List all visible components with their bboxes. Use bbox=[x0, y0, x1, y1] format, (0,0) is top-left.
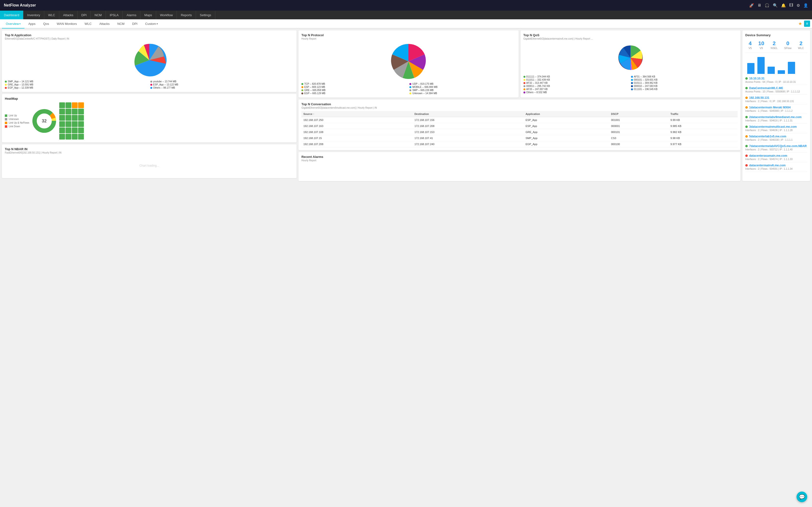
heatmap-cell[interactable] bbox=[65, 102, 71, 108]
cell-destination: 172.168.107.41 bbox=[412, 135, 524, 141]
search-icon[interactable]: 🔍 bbox=[773, 3, 778, 8]
legend-dot bbox=[150, 80, 152, 82]
heatmap-cell[interactable] bbox=[59, 115, 65, 121]
gear-icon[interactable]: ⚙ bbox=[797, 3, 800, 8]
device-details: Interfaces : 1 | Flows : 5045900 | IP : … bbox=[745, 110, 807, 112]
device-name: datacentermainv6.me.com bbox=[745, 164, 807, 167]
subnav-apps[interactable]: Apps bbox=[24, 19, 39, 29]
heatmap-cell[interactable] bbox=[59, 127, 65, 133]
heatmap-cell[interactable] bbox=[78, 134, 84, 139]
device-item[interactable]: 1datacentermain Meraki MX64 Interfaces :… bbox=[745, 106, 807, 114]
nav-ncm[interactable]: NCM bbox=[91, 11, 106, 19]
headphone-icon[interactable]: 🎧 bbox=[765, 3, 769, 8]
dev-v9-value: 10 bbox=[758, 40, 764, 47]
table-row[interactable]: 192.168.107.250 172.168.107.156 ESP_App … bbox=[301, 117, 738, 123]
legend-dot bbox=[5, 80, 7, 82]
heatmap-cell[interactable] bbox=[59, 109, 65, 114]
user-icon[interactable]: 👤 bbox=[803, 3, 808, 8]
subnav-wlc[interactable]: WLC bbox=[81, 19, 95, 29]
subnav-dpi[interactable]: DPI bbox=[128, 19, 141, 29]
bar-group bbox=[757, 57, 765, 74]
monitor-icon[interactable]: 🖥 bbox=[757, 3, 761, 7]
nav-alarms[interactable]: Alarms bbox=[123, 11, 140, 19]
nav-workflow[interactable]: Workflow bbox=[156, 11, 177, 19]
topn-application-legend: SMP_App -- 14.121 MB youtube -- 13.744 M… bbox=[5, 80, 294, 89]
device-item[interactable]: 2datacentermelabv9medianet.me.com Interf… bbox=[745, 115, 807, 124]
heatmap-cell[interactable] bbox=[65, 109, 71, 114]
topn-qos-chart bbox=[523, 42, 738, 73]
nav-dashboard[interactable]: Dashboard bbox=[0, 11, 23, 19]
heatmap-cell[interactable] bbox=[78, 102, 84, 108]
legend-text: Link Down bbox=[9, 125, 20, 128]
heatmap-grid bbox=[59, 102, 84, 139]
dev-sflow: 0 SFlow bbox=[784, 40, 792, 50]
heatmap-cell[interactable] bbox=[65, 127, 71, 133]
nav-dpi[interactable]: DPI bbox=[78, 11, 91, 19]
heatmap-legend: Link Up Unknown Link Up & NoFlows L bbox=[5, 114, 29, 128]
nav-bar: Dashboard Inventory WLC Attacks DPI NCM … bbox=[0, 11, 812, 19]
device-item[interactable]: datacentermainv6.me.com Interfaces : 2 |… bbox=[745, 164, 807, 172]
nav-settings[interactable]: Settings bbox=[196, 11, 215, 19]
heatmap-cell[interactable] bbox=[72, 121, 78, 127]
col-dscp[interactable]: DSCP bbox=[609, 111, 669, 117]
col-traffic[interactable]: Traffic bbox=[668, 111, 738, 117]
table-row[interactable]: 192.168.107.208 172.168.107.240 EGP_App … bbox=[301, 141, 738, 147]
device-item[interactable]: 10.10.10.31 Access Points : 64 | Flows :… bbox=[745, 77, 807, 85]
device-name: DataCentremainWLC.ME bbox=[745, 87, 807, 90]
subnav-ncm[interactable]: NCM bbox=[114, 19, 129, 29]
heatmap-cell[interactable] bbox=[78, 115, 84, 121]
cell-destination: 172.168.107.240 bbox=[412, 141, 524, 147]
film-icon[interactable]: 🎞 bbox=[789, 3, 793, 7]
subnav-qos[interactable]: Qos bbox=[39, 19, 53, 29]
bar-group bbox=[747, 63, 755, 74]
recent-alarms-subtitle: Hourly Report bbox=[301, 159, 738, 162]
col-destination[interactable]: Destination bbox=[412, 111, 524, 117]
topn-qos-subtitle: GigabitEthernet0/2[datacentermainv6.me.c… bbox=[523, 38, 738, 40]
nav-attacks[interactable]: Attacks bbox=[59, 11, 78, 19]
subnav-custom[interactable]: Custom ▾ bbox=[141, 19, 162, 29]
heatmap-cell[interactable] bbox=[78, 109, 84, 114]
device-item[interactable]: DataCentremainWLC.ME Access Points : 10 … bbox=[745, 87, 807, 95]
device-item[interactable]: 3datacentermainmulticast.me.com Interfac… bbox=[745, 125, 807, 133]
heatmap-cell[interactable] bbox=[78, 121, 84, 127]
topn-qos-card: Top N QoS GigabitEthernet0/2[datacenterm… bbox=[520, 31, 741, 98]
subnav-overview[interactable]: Overview ▾ bbox=[2, 19, 24, 29]
legend-item: AF31 -- 364.568 KB bbox=[631, 75, 738, 78]
nav-inventory[interactable]: Inventory bbox=[23, 11, 44, 19]
device-name: datacenterasamain.me.com bbox=[745, 154, 807, 157]
heatmap-cell[interactable] bbox=[59, 134, 65, 139]
heatmap-cell[interactable] bbox=[78, 127, 84, 133]
nav-wlc[interactable]: WLC bbox=[44, 11, 59, 19]
status-dot bbox=[745, 164, 748, 167]
nav-reports[interactable]: Reports bbox=[177, 11, 196, 19]
table-row[interactable]: 192.168.107.163 172.168.107.208 ESP_App … bbox=[301, 123, 738, 129]
heatmap-cell[interactable] bbox=[72, 102, 78, 108]
heatmap-cell[interactable] bbox=[65, 134, 71, 139]
heatmap-cell[interactable] bbox=[65, 121, 71, 127]
subnav-wan-monitors[interactable]: WAN Monitors bbox=[53, 19, 81, 29]
col-application[interactable]: Application bbox=[524, 111, 609, 117]
star-icon[interactable]: ★ bbox=[798, 21, 802, 26]
heatmap-cell[interactable] bbox=[72, 115, 78, 121]
nav-maps[interactable]: Maps bbox=[140, 11, 156, 19]
nav-ipsla[interactable]: IPSLA bbox=[106, 11, 123, 19]
device-item[interactable]: datacenterasamain.me.com Interfaces : 2 … bbox=[745, 154, 807, 162]
table-row[interactable]: 192.168.107.108 172.168.107.153 GRE_App … bbox=[301, 129, 738, 135]
col-source[interactable]: Source ↑ bbox=[301, 111, 412, 117]
subnav-attacks[interactable]: Attacks bbox=[95, 19, 114, 29]
heatmap-cell[interactable] bbox=[59, 102, 65, 108]
heatmap-cell[interactable] bbox=[65, 115, 71, 121]
cell-traffic: 9.98 KB bbox=[668, 135, 738, 141]
table-row[interactable]: 192.168.107.15 172.168.107.41 SMP_App CS… bbox=[301, 135, 738, 141]
bell-icon[interactable]: 🔔 bbox=[781, 3, 786, 8]
menu-icon[interactable]: ≡ bbox=[804, 20, 810, 27]
heatmap-cell[interactable] bbox=[72, 127, 78, 133]
heatmap-cell[interactable] bbox=[72, 109, 78, 114]
device-item[interactable]: 5datacenterlab1v5.me.com Interfaces : 2 … bbox=[745, 135, 807, 143]
device-item[interactable]: 7datacentermelabAVCQoS.me.com.NBAR Inter… bbox=[745, 145, 807, 153]
device-item[interactable]: 192.168.50.131 Interfaces : 2 | Flows : … bbox=[745, 96, 807, 104]
heatmap-cell[interactable] bbox=[59, 121, 65, 127]
legend-item: Unknown -- 14.584 MB bbox=[409, 92, 515, 95]
heatmap-cell[interactable] bbox=[72, 134, 78, 139]
rocket-icon[interactable]: 🚀 bbox=[749, 3, 754, 8]
